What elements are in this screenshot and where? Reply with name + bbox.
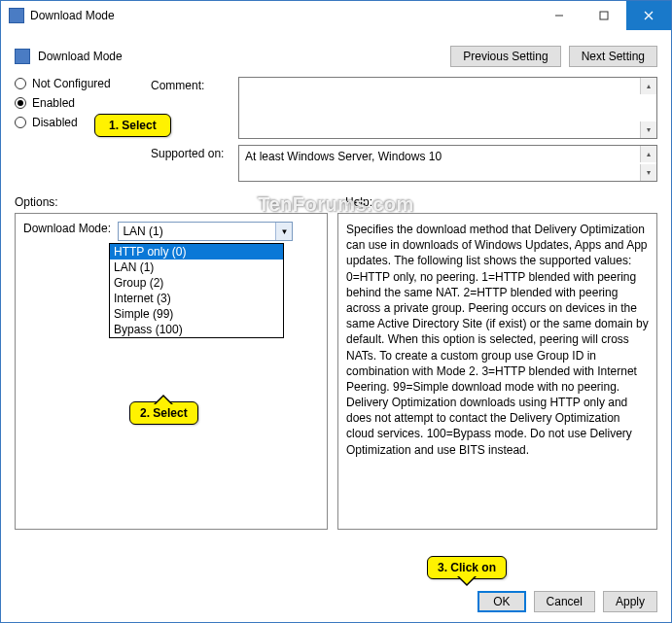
cancel-button[interactable]: Cancel — [534, 591, 595, 612]
help-label: Help: — [345, 195, 372, 209]
previous-setting-button[interactable]: Previous Setting — [450, 46, 560, 67]
scroll-up-icon[interactable]: ▴ — [640, 78, 656, 94]
radio-enabled[interactable]: Enabled — [15, 96, 151, 110]
dropdown-option[interactable]: LAN (1) — [110, 260, 283, 275]
maximize-button[interactable] — [582, 1, 626, 30]
dropdown-option[interactable]: Internet (3) — [110, 291, 283, 306]
radio-not-configured[interactable]: Not Configured — [15, 77, 151, 90]
scroll-down-icon[interactable]: ▾ — [640, 121, 656, 138]
apply-button[interactable]: Apply — [603, 591, 657, 612]
next-setting-button[interactable]: Next Setting — [569, 46, 657, 67]
download-mode-combo[interactable]: LAN (1) ▼ — [118, 222, 293, 241]
dialog-footer: OK Cancel Apply — [477, 591, 657, 612]
help-panel: Specifies the download method that Deliv… — [337, 213, 657, 530]
callout-2: 2. Select — [129, 401, 198, 425]
chevron-down-icon[interactable]: ▼ — [275, 223, 292, 240]
close-button[interactable] — [626, 1, 671, 30]
callout-1: 1. Select — [94, 114, 171, 137]
titlebar: Download Mode — [1, 1, 671, 30]
app-icon — [9, 8, 24, 23]
ok-button[interactable]: OK — [477, 591, 525, 612]
dropdown-option[interactable]: HTTP only (0) — [110, 244, 283, 260]
radio-dot-icon — [15, 78, 26, 89]
window-title: Download Mode — [30, 9, 115, 22]
header-row: Download Mode Previous Setting Next Sett… — [15, 40, 657, 77]
comment-label: Comment: — [151, 77, 238, 92]
callout-3: 3. Click on — [427, 556, 507, 579]
supported-on-text: At least Windows Server, Windows 10 — [245, 150, 442, 163]
radio-dot-icon — [15, 97, 26, 109]
dropdown-option[interactable]: Simple (99) — [110, 306, 283, 322]
radio-label: Not Configured — [32, 77, 111, 90]
minimize-button[interactable] — [537, 1, 582, 30]
radio-dot-icon — [15, 117, 26, 128]
page-title: Download Mode — [38, 50, 450, 63]
supported-on-box: At least Windows Server, Windows 10 ▴ ▾ — [238, 145, 657, 182]
radio-label: Disabled — [32, 116, 78, 129]
download-mode-dropdown[interactable]: HTTP only (0) LAN (1) Group (2) Internet… — [109, 243, 284, 338]
radio-label: Enabled — [32, 96, 75, 110]
dropdown-option[interactable]: Group (2) — [110, 275, 283, 291]
download-mode-label: Download Mode: — [23, 222, 111, 235]
supported-on-label: Supported on: — [151, 145, 238, 160]
scroll-up-icon[interactable]: ▴ — [640, 146, 656, 162]
policy-icon — [15, 49, 30, 64]
scroll-down-icon[interactable]: ▾ — [640, 164, 656, 181]
options-label: Options: — [15, 195, 345, 209]
combo-selected-value: LAN (1) — [119, 225, 275, 238]
help-text: Specifies the download method that Deliv… — [346, 222, 649, 458]
comment-textarea[interactable]: ▴ ▾ — [238, 77, 657, 139]
dropdown-option[interactable]: Bypass (100) — [110, 322, 283, 337]
svg-rect-1 — [600, 12, 608, 19]
options-panel: Download Mode: LAN (1) ▼ HTTP only (0) L… — [15, 213, 328, 530]
